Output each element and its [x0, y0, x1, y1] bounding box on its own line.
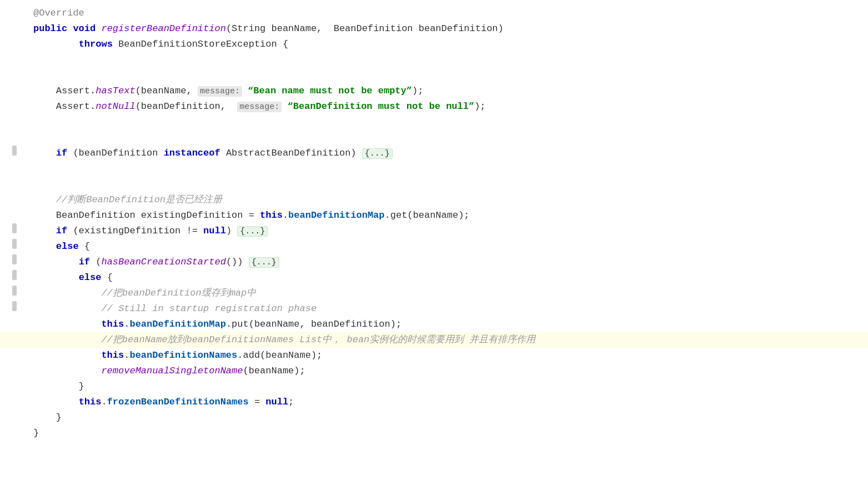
- code-token: }: [33, 428, 39, 438]
- code-line: // Still in startup registration phase: [0, 301, 868, 317]
- line-content: if (hasBeanCreationStarted()) {...}: [22, 254, 857, 269]
- code-token: [33, 319, 101, 329]
- code-token: String: [232, 23, 265, 34]
- line-gutter: [0, 146, 22, 156]
- code-token: message:: [237, 102, 282, 112]
- code-token: [33, 303, 101, 314]
- line-content: else {: [22, 270, 857, 285]
- line-content: this.frozenBeanDefinitionNames = null;: [22, 394, 857, 409]
- code-token: beanDefinitionNames: [129, 350, 237, 361]
- code-line: [0, 114, 868, 130]
- gutter-marker: [12, 146, 17, 156]
- code-token: [33, 39, 79, 49]
- code-token: .put(beanName, beanDefinition);: [226, 319, 402, 329]
- code-token: beanName,: [265, 23, 333, 34]
- code-token: “Bean name must not be empty”: [248, 86, 412, 96]
- code-token: throws: [79, 39, 113, 49]
- line-content: }: [22, 379, 857, 394]
- code-token: {: [277, 39, 288, 49]
- code-token: // Still in startup registration phase: [101, 303, 317, 314]
- code-token: this: [260, 210, 283, 221]
- code-token: .: [124, 319, 129, 329]
- code-token: else: [56, 241, 79, 252]
- code-line: this.beanDefinitionNames.add(beanName);: [0, 348, 868, 363]
- code-token: //把beanDefinition缓存到map中: [101, 288, 256, 298]
- line-gutter: [0, 301, 22, 311]
- code-token: .get(beanName);: [385, 210, 470, 221]
- code-token: .: [101, 397, 107, 407]
- code-token: removeManualSingletonName: [101, 366, 243, 376]
- line-content: Assert.notNull(beanDefinition, message: …: [22, 99, 857, 114]
- code-token: [33, 101, 56, 112]
- code-token: existingDefinition =: [136, 210, 260, 221]
- code-token: [33, 366, 101, 376]
- code-token: );: [474, 101, 485, 112]
- code-token: [33, 241, 56, 252]
- code-token: }: [33, 381, 84, 392]
- line-content: BeanDefinition existingDefinition = this…: [22, 208, 857, 223]
- line-content: }: [22, 426, 857, 441]
- code-line: [0, 68, 868, 83]
- code-token: (: [90, 257, 101, 267]
- gutter-marker: [12, 301, 17, 311]
- code-token: ()): [226, 257, 249, 267]
- code-line: //把beanDefinition缓存到map中: [0, 286, 868, 301]
- gutter-marker: [12, 254, 17, 264]
- code-token: [33, 210, 56, 221]
- line-content: // Still in startup registration phase: [22, 301, 857, 316]
- code-line: BeanDefinition existingDefinition = this…: [0, 208, 868, 223]
- line-gutter: [0, 239, 22, 249]
- line-content: else {: [22, 239, 857, 254]
- code-token: }: [33, 412, 62, 423]
- code-token: {...}: [249, 257, 279, 268]
- code-line: if (hasBeanCreationStarted()) {...}: [0, 254, 868, 270]
- line-content: [22, 52, 857, 67]
- code-line: throws BeanDefinitionStoreException {: [0, 37, 868, 52]
- code-token: null: [265, 397, 288, 407]
- code-token: void: [73, 23, 96, 34]
- line-content: public void registerBeanDefinition(Strin…: [22, 21, 857, 36]
- code-token: [113, 39, 118, 49]
- code-token: [242, 86, 248, 96]
- code-line: }: [0, 426, 868, 441]
- code-line: public void registerBeanDefinition(Strin…: [0, 21, 868, 37]
- line-content: [22, 177, 857, 192]
- code-token: [33, 334, 101, 345]
- line-content: [22, 161, 857, 176]
- code-line: [0, 52, 868, 68]
- code-token: [67, 23, 73, 34]
- line-content: @Override: [22, 6, 857, 21]
- code-token: hasBeanCreationStarted: [101, 257, 225, 267]
- gutter-marker: [12, 239, 17, 249]
- line-content: }: [22, 410, 857, 425]
- code-token: BeanDefinition: [56, 210, 136, 221]
- code-token: BeanDefinitionStoreException: [118, 39, 277, 49]
- line-content: //把beanDefinition缓存到map中: [22, 286, 857, 301]
- code-token: (beanDefinition,: [136, 101, 238, 112]
- code-line: if (beanDefinition instanceof AbstractBe…: [0, 146, 868, 161]
- code-token: (: [226, 23, 232, 34]
- line-gutter: [0, 254, 22, 264]
- code-line: [0, 177, 868, 192]
- code-line: removeManualSingletonName(beanName);: [0, 363, 868, 379]
- code-line: @Override: [0, 6, 868, 21]
- code-token: hasText: [96, 86, 135, 96]
- code-token: beanDefinitionMap: [288, 210, 384, 221]
- code-token: .: [124, 350, 129, 361]
- code-editor: @Overridepublic void registerBeanDefinit…: [0, 0, 868, 495]
- code-token: (beanName,: [136, 86, 198, 96]
- line-content: if (beanDefinition instanceof AbstractBe…: [22, 146, 857, 161]
- code-token: [33, 148, 56, 158]
- line-content: this.beanDefinitionNames.add(beanName);: [22, 348, 857, 363]
- code-token: frozenBeanDefinitionNames: [107, 397, 249, 407]
- code-line: [0, 130, 868, 146]
- code-line: else {: [0, 239, 868, 254]
- code-token: (existingDefinition !=: [67, 226, 203, 236]
- code-token: else: [79, 272, 102, 283]
- gutter-marker: [12, 286, 17, 296]
- code-token: ;: [288, 397, 294, 407]
- line-content: [22, 68, 857, 83]
- code-token: ): [350, 148, 362, 158]
- code-token: [33, 194, 56, 205]
- line-content: this.beanDefinitionMap.put(beanName, bea…: [22, 317, 857, 332]
